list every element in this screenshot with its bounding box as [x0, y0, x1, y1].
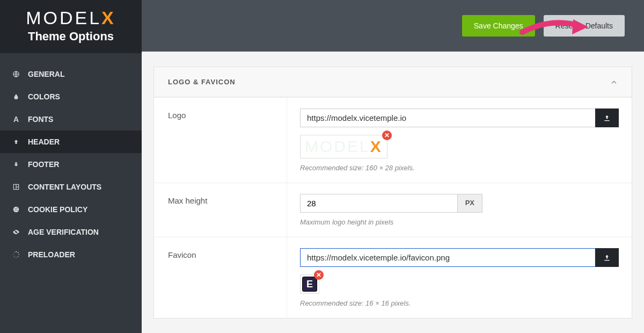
svg-rect-3	[17, 185, 18, 187]
svg-rect-4	[17, 187, 18, 190]
maxheight-input[interactable]	[300, 194, 457, 213]
logo-preview: MODELX ✕	[300, 135, 387, 158]
favicon-upload-button[interactable]	[595, 248, 619, 267]
main: Save Changes Reset to Defaults LOGO & FA…	[142, 0, 644, 333]
globe-icon	[12, 70, 20, 78]
row-label-favicon: Favicon	[154, 237, 287, 318]
logo-url-input[interactable]	[300, 108, 595, 127]
save-button[interactable]: Save Changes	[462, 15, 535, 37]
row-maxheight: Max height PX Maximum logo height in pix…	[154, 183, 632, 237]
favicon-hint: Recommended size: 16 × 16 pixels.	[300, 299, 619, 307]
logo-hint: Recommended size: 160 × 28 pixels.	[300, 164, 619, 172]
remove-favicon-button[interactable]: ✕	[314, 270, 324, 280]
cookie-icon	[12, 206, 20, 213]
sidebar-item-age-verification[interactable]: AGE VERIFICATION	[0, 221, 142, 243]
remove-logo-button[interactable]: ✕	[382, 131, 392, 140]
logo-upload-button[interactable]	[595, 108, 619, 127]
svg-point-18	[14, 252, 14, 253]
row-label-maxheight: Max height	[154, 183, 287, 237]
down-icon	[12, 161, 20, 168]
sidebar-item-header[interactable]: HEADER	[0, 131, 142, 153]
maxheight-hint: Maximum logo height in pixels	[300, 218, 619, 226]
brand-subtitle: Theme Options	[11, 30, 131, 44]
sidebar-item-general[interactable]: GENERAL	[0, 63, 142, 85]
svg-point-7	[16, 208, 17, 209]
sidebar-item-label: AGE VERIFICATION	[28, 228, 99, 236]
svg-point-11	[16, 251, 17, 252]
topbar: Save Changes Reset to Defaults	[142, 0, 644, 52]
sidebar-item-label: FOOTER	[28, 160, 59, 169]
svg-point-14	[18, 256, 19, 257]
row-favicon: Favicon E ✕	[154, 237, 632, 318]
panel-logo-favicon: LOGO & FAVICON Logo	[153, 67, 632, 318]
brand-logo: MODELX	[11, 8, 131, 28]
upload-icon	[603, 114, 611, 122]
sidebar-item-label: GENERAL	[28, 70, 64, 78]
svg-point-16	[14, 256, 14, 257]
layout-icon	[12, 183, 20, 191]
svg-point-13	[18, 254, 19, 255]
sidebar-item-fonts[interactable]: AFONTS	[0, 108, 142, 131]
nav: GENERALCOLORSAFONTSHEADERFOOTERCONTENT L…	[0, 53, 142, 266]
row-label-logo: Logo	[154, 98, 287, 183]
px-suffix: PX	[457, 194, 482, 213]
panel-header[interactable]: LOGO & FAVICON	[154, 67, 632, 97]
sidebar-item-preloader[interactable]: PRELOADER	[0, 243, 142, 266]
panel-title: LOGO & FAVICON	[168, 78, 236, 86]
favicon-thumb: E	[302, 277, 317, 292]
svg-rect-2	[14, 185, 16, 189]
sidebar-item-content-layouts[interactable]: CONTENT LAYOUTS	[0, 176, 142, 198]
svg-point-5	[13, 207, 19, 213]
font-icon: A	[12, 115, 20, 124]
svg-point-6	[14, 208, 16, 209]
sidebar-item-cookie-policy[interactable]: COOKIE POLICY	[0, 198, 142, 221]
spinner-icon	[12, 251, 20, 258]
sidebar: MODELX Theme Options GENERALCOLORSAFONTS…	[0, 0, 142, 333]
chevron-up-icon	[610, 78, 618, 86]
sidebar-item-label: PRELOADER	[28, 250, 75, 259]
sidebar-item-label: COOKIE POLICY	[28, 205, 87, 214]
row-logo: Logo MODELX ✕	[154, 97, 632, 183]
sidebar-item-label: FONTS	[28, 115, 53, 124]
sidebar-item-footer[interactable]: FOOTER	[0, 153, 142, 176]
sidebar-item-label: HEADER	[28, 137, 60, 146]
eye-icon	[12, 228, 20, 236]
up-icon	[12, 138, 20, 146]
reset-button[interactable]: Reset to Defaults	[544, 15, 625, 37]
sidebar-item-label: CONTENT LAYOUTS	[28, 183, 101, 191]
svg-point-15	[16, 257, 16, 258]
favicon-url-input[interactable]	[300, 248, 595, 267]
sidebar-item-label: COLORS	[28, 92, 60, 101]
svg-point-12	[18, 252, 19, 253]
upload-icon	[603, 254, 611, 262]
drop-icon	[12, 93, 20, 100]
favicon-preview: E ✕	[300, 274, 319, 294]
svg-point-9	[15, 210, 16, 211]
svg-point-17	[13, 254, 13, 255]
svg-point-8	[17, 209, 18, 211]
sidebar-item-colors[interactable]: COLORS	[0, 85, 142, 108]
brand-block: MODELX Theme Options	[0, 0, 142, 53]
